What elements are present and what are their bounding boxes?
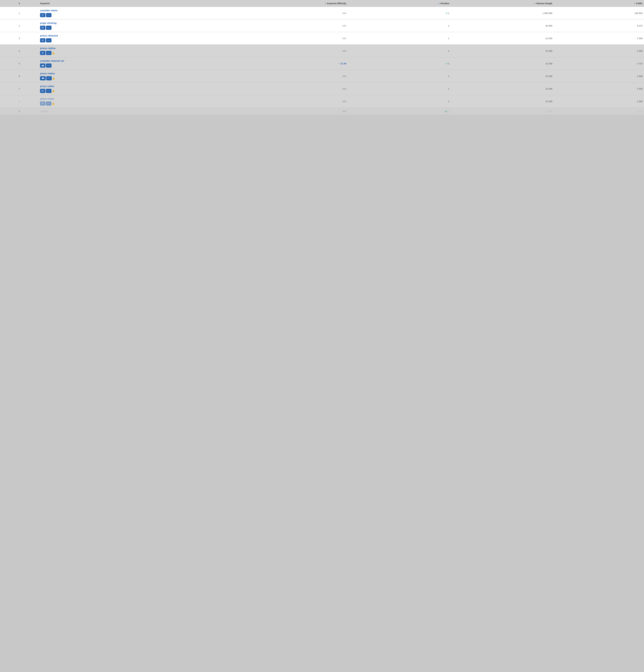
svg-text:?: ? [42,14,43,16]
more-options-button[interactable]: ••• [46,101,51,106]
position-value: 1 [448,110,449,112]
table-row: 4press realise ••• ⚠️N/A122 2003 328 [0,45,644,57]
position-cell: 1 [348,45,451,57]
keyword-cell: press realise ••• ⚠️ [38,45,245,57]
difficulty-na: N/A [342,75,346,77]
more-options-button[interactable]: ••• [46,76,52,80]
keyword-link[interactable]: press relise [40,97,244,100]
volume-cell: 1 000 000 [451,7,554,20]
traffic-cell: 149 925 [554,7,644,20]
traffic-cell: 6 072 [554,20,644,32]
svg-rect-13 [43,65,43,67]
lines-button[interactable] [40,51,45,55]
svg-rect-16 [44,78,44,79]
difficulty-cell: N/A [245,20,348,32]
position-cell: 1 [348,82,451,95]
difficulty-na: N/A [342,24,346,27]
position-value: 1 [448,62,449,65]
keyword-cell: press realse ••• ⚠️ [38,70,245,82]
chat-button[interactable] [40,101,45,106]
traffic-cell: 2 714 [554,108,644,115]
difficulty-na: N/A [342,100,346,103]
more-options-button[interactable]: ••• [46,51,51,55]
col-header-position[interactable]: ↑≡ Position [348,0,451,7]
difficulty-cell: N/A [245,32,348,45]
more-options-button[interactable]: ••• [46,38,51,43]
difficulty-value: 21.59 [341,62,347,65]
volume-cell: 18 100 [451,108,554,115]
row-number: 8 [0,95,38,108]
volume-cell: 22 200 [451,57,554,70]
row-number: 5 [0,57,38,70]
col-header-difficulty[interactable]: ▼ Keyword difficulty [245,0,348,7]
difficulty-na: N/A [342,12,346,14]
row-number: 3 [0,32,38,45]
position-sort-icon: ↑≡ [438,2,440,4]
traffic-cell: 3 328 [554,32,644,45]
more-options-button[interactable]: ••• [46,89,51,93]
keyword-link[interactable]: youtube channel art [40,59,244,63]
position-change-up: ↑7 [445,62,447,65]
difficulty-cell: N/A [245,70,348,82]
svg-rect-21 [42,103,44,104]
warning-icon: ⚠️ [52,52,55,55]
position-cell: 1 [348,70,451,82]
more-options-button[interactable]: ••• [46,63,51,68]
keyword-cell: press released ••• [38,32,245,45]
table-row: 8press relise ••• ⚠️N/A122 2003 328 [0,95,644,108]
svg-rect-12 [42,65,42,67]
difficulty-sort-icon: ▼ [325,2,326,4]
difficulty-na: N/A [342,37,346,39]
volume-cell: 22 200 [451,95,554,108]
position-value: 1 [448,75,449,77]
keyword-link[interactable]: press released [40,34,244,37]
keyword-cell: youtube channel art ••• [38,57,245,70]
position-value: 1 [448,87,449,90]
header-volume-label: Volume Google [536,2,552,4]
table-header-row: # Keyword ▼ Keyword difficulty ↑≡ [0,0,644,7]
keyword-link[interactable]: press realse [40,72,244,75]
col-header-volume[interactable]: ▼ Volume Google [451,0,554,7]
header-traffic-label: Traffic [636,2,643,4]
difficulty-cell: N/A [245,95,348,108]
more-options-button[interactable]: ••• [46,26,51,30]
table-row: 9youtubeN/A↑61 118 1002 714 [0,108,644,115]
question-button[interactable]: ? [40,13,45,17]
keyword-link[interactable]: press relies [40,85,244,88]
svg-rect-2 [42,27,44,28]
volume-cell: 22 200 [451,32,554,45]
difficulty-na: N/A [342,110,346,112]
position-cell: 1 [348,95,451,108]
more-options-button[interactable]: ••• [46,13,51,17]
bars-button[interactable] [40,63,45,68]
warning-icon: ⚠️ [52,77,55,80]
chat-button[interactable] [40,26,45,30]
table-row: 7press relies ••• ⚠️N/A122 2003 328 [0,82,644,95]
chat-button[interactable] [40,89,45,93]
keyword-actions: ••• ⚠️ [40,51,244,55]
keyword-actions: ••• [40,26,244,30]
table-body: 1youtube views ? ••• N/A↑1 11 000 000149… [0,7,644,115]
keyword-cell: pogo sticking ••• [38,20,245,32]
col-header-hash: # [0,0,38,7]
keyword-actions: ••• [40,63,244,68]
position-cell: 1 [348,20,451,32]
position-cell: ↑61 1 [348,108,451,115]
keyword-link[interactable]: youtube [40,110,244,113]
lines-button[interactable] [40,38,45,43]
row-number: 2 [0,20,38,32]
keyword-link[interactable]: youtube views [40,9,244,12]
position-value: 1 [448,50,449,52]
col-header-traffic[interactable]: ▼ Traffic [554,0,644,7]
warning-icon: ⚠️ [52,90,55,92]
position-value: 1 [448,100,449,103]
volume-cell: 22 200 [451,45,554,57]
mortarboard-button[interactable] [40,76,46,80]
keyword-link[interactable]: press realise [40,47,244,50]
keyword-cell: youtube views ? ••• [38,7,245,20]
table-row: 1youtube views ? ••• N/A↑1 11 000 000149… [0,7,644,20]
keyword-link[interactable]: pogo sticking [40,22,244,25]
svg-rect-14 [43,65,44,67]
difficulty-cell: N/A [245,45,348,57]
volume-cell: 40 500 [451,20,554,32]
